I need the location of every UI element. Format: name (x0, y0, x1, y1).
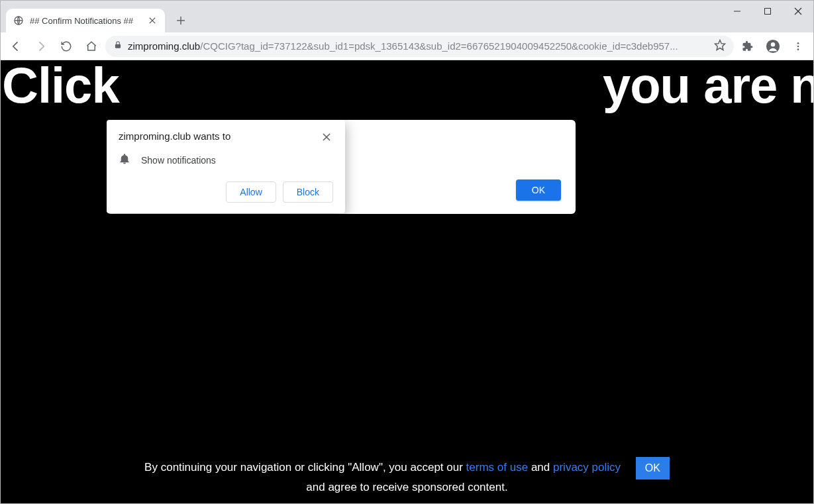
tab-close-button[interactable] (146, 15, 158, 26)
cookie-ok-button[interactable]: OK (636, 457, 670, 479)
url-text: zimproming.club/CQCIG?tag_id=737122&sub_… (128, 40, 709, 52)
cookie-text-1: By continuing your navigation or clickin… (144, 461, 466, 474)
forward-button[interactable] (30, 35, 52, 58)
block-button[interactable]: Block (283, 181, 333, 203)
address-bar[interactable]: zimproming.club/CQCIG?tag_id=737122&sub_… (105, 36, 734, 57)
url-path: /CQCIG?tag_id=737122&sub_id1=pdsk_136514… (200, 40, 678, 52)
allow-button[interactable]: Allow (226, 181, 276, 203)
reload-button[interactable] (55, 35, 77, 58)
menu-button[interactable] (787, 35, 809, 58)
new-tab-button[interactable] (172, 11, 190, 30)
minimize-button[interactable] (722, 1, 752, 22)
url-host: zimproming.club (128, 40, 200, 52)
js-alert-ok-button[interactable]: OK (516, 179, 561, 201)
lock-icon (113, 40, 123, 52)
svg-rect-9 (115, 44, 121, 48)
toolbar: zimproming.club/CQCIG?tag_id=737122&sub_… (1, 32, 813, 60)
svg-point-14 (797, 45, 799, 47)
svg-point-13 (797, 42, 799, 44)
maximize-button[interactable] (752, 1, 783, 22)
svg-rect-1 (765, 9, 771, 15)
profile-button[interactable] (762, 35, 784, 58)
browser-window: ## Confirm Notifications ## zimpromin (0, 0, 814, 504)
svg-point-12 (771, 42, 775, 46)
window-controls (722, 1, 813, 22)
svg-point-15 (797, 48, 799, 50)
globe-icon (13, 15, 25, 26)
page-headline: Click you are not (2, 60, 813, 111)
svg-marker-10 (715, 40, 725, 50)
headline-left: Click (2, 60, 119, 113)
close-window-button[interactable] (783, 1, 813, 22)
extensions-button[interactable] (737, 35, 759, 58)
tab-title: ## Confirm Notifications ## (30, 16, 141, 26)
headline-right: you are not (603, 60, 813, 113)
back-button[interactable] (5, 35, 27, 58)
browser-tab[interactable]: ## Confirm Notifications ## (6, 9, 165, 32)
permission-close-button[interactable] (320, 130, 333, 144)
privacy-policy-link[interactable]: privacy policy (553, 461, 621, 474)
bell-icon (119, 153, 130, 167)
bookmark-star-icon[interactable] (714, 39, 726, 53)
notification-permission-prompt: zimproming.club wants to Show notificati… (107, 120, 345, 213)
terms-of-use-link[interactable]: terms of use (466, 461, 529, 474)
tab-strip: ## Confirm Notifications ## (1, 1, 813, 32)
cookie-text-2: and agree to receive sponsored content. (1, 481, 813, 494)
cookie-consent-bar: By continuing your navigation or clickin… (1, 457, 813, 494)
page-content: Click you are not zimproming.club says P… (1, 60, 813, 503)
permission-title: zimproming.club wants to (119, 130, 230, 142)
permission-item: Show notifications (141, 155, 216, 166)
home-button[interactable] (80, 35, 103, 58)
cookie-and: and (531, 461, 553, 474)
